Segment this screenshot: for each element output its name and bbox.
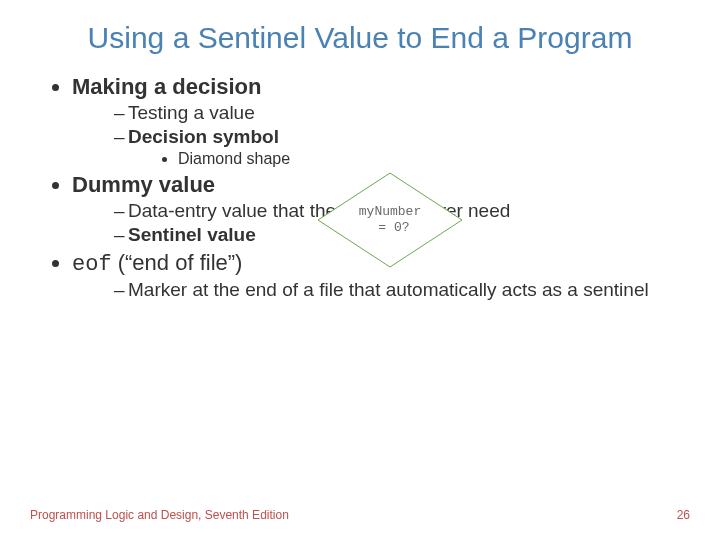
page-title: Using a Sentinel Value to End a Program: [50, 20, 670, 56]
bullet-text: Diamond shape: [178, 150, 290, 167]
bullet-making-decision: Making a decision Testing a value Decisi…: [72, 74, 670, 168]
slide: Using a Sentinel Value to End a Program …: [0, 0, 720, 540]
diamond-label: myNumber = 0?: [359, 204, 421, 235]
bullet-text: Sentinel value: [128, 224, 256, 245]
bullet-text: Marker at the end of a file that automat…: [128, 279, 649, 300]
bullet-testing-value: Testing a value: [114, 102, 670, 124]
bullet-text: Making a decision: [72, 74, 262, 99]
bullet-text: Decision symbol: [128, 126, 279, 147]
eof-code: eof: [72, 252, 112, 277]
footer-book-title: Programming Logic and Design, Seventh Ed…: [30, 508, 289, 522]
bullet-decision-symbol: Decision symbol Diamond shape: [114, 126, 670, 168]
bullet-text: Testing a value: [128, 102, 255, 123]
bullet-text: Dummy value: [72, 172, 215, 197]
footer-page-number: 26: [677, 508, 690, 522]
decision-diamond: myNumber = 0?: [310, 165, 470, 275]
eof-rest: (“end of file”): [112, 250, 243, 275]
bullet-marker: Marker at the end of a file that automat…: [114, 279, 670, 301]
